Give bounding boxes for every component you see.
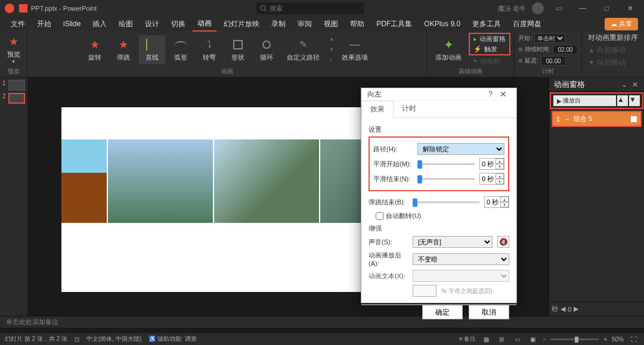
tab-effect[interactable]: 效果 xyxy=(361,101,394,118)
smooth-end-input[interactable] xyxy=(480,175,496,182)
menu-insert[interactable]: 插入 xyxy=(88,17,112,31)
zoom-slider[interactable] xyxy=(551,338,599,340)
fit-view-icon[interactable]: ⛶ xyxy=(628,335,639,343)
spinner-down[interactable]: ▼ xyxy=(496,179,504,184)
reorder-title: 对动画重新排序 xyxy=(586,32,640,43)
zoom-in-icon[interactable]: + xyxy=(603,336,607,343)
menu-help[interactable]: 帮助 xyxy=(345,17,369,31)
delay-input[interactable] xyxy=(541,56,566,66)
svg-point-0 xyxy=(261,5,265,10)
after-select[interactable]: 不变暗 xyxy=(413,253,509,265)
duration-input[interactable] xyxy=(553,45,578,54)
zoom-out-icon[interactable]: − xyxy=(543,336,546,343)
preview-icon: ★ xyxy=(7,35,21,49)
menu-animations[interactable]: 动画 xyxy=(193,17,216,32)
menu-record[interactable]: 录制 xyxy=(267,17,290,31)
anim-line[interactable]: 直线 xyxy=(139,35,165,64)
dialog-titlebar[interactable]: 向左 ? ✕ xyxy=(361,88,516,101)
spinner-up[interactable]: ▲ xyxy=(496,158,504,164)
menu-more[interactable]: 更多工具 xyxy=(467,17,506,31)
autoflip-checkbox[interactable] xyxy=(376,212,383,220)
reading-view-icon[interactable]: ▭ xyxy=(512,335,522,343)
timeline-right-icon[interactable]: ▶ xyxy=(574,305,578,313)
gallery-down-icon[interactable]: ▼ xyxy=(329,46,335,52)
anim-shape[interactable]: 形状 xyxy=(225,35,251,64)
notes-button[interactable]: ≡ 备注 xyxy=(459,335,476,343)
animation-painter-button[interactable]: ✦动画刷 xyxy=(469,56,510,66)
smooth-start-slider[interactable] xyxy=(417,163,475,165)
maximize-button[interactable]: □ xyxy=(597,1,615,15)
spinner-up[interactable]: ▲ xyxy=(496,173,504,179)
zoom-level[interactable]: 50% xyxy=(612,336,624,343)
anim-arc[interactable]: 弧形 xyxy=(168,35,194,64)
spinner-down[interactable]: ▼ xyxy=(500,202,509,207)
close-button[interactable]: ✕ xyxy=(621,1,639,15)
thumb-2[interactable]: 2 xyxy=(2,93,25,104)
volume-icon[interactable]: 🔇 xyxy=(497,236,509,248)
language-label[interactable]: 中文(简体, 中国大陆) xyxy=(86,335,141,343)
anim-panel-close-icon[interactable]: ✕ xyxy=(631,80,639,89)
anim-list-item[interactable]: 1 → 组合 5 xyxy=(552,111,642,127)
menu-slideshow[interactable]: 幻灯片放映 xyxy=(219,17,264,31)
menu-okplus[interactable]: OKPlus 9.0 xyxy=(419,18,465,30)
spinner-up[interactable]: ▲ xyxy=(500,197,509,202)
menu-baidu[interactable]: 百度网盘 xyxy=(508,17,546,31)
play-from-button[interactable]: ▶ 播放自 xyxy=(553,95,616,106)
menu-transitions[interactable]: 切换 xyxy=(166,17,190,31)
normal-view-icon[interactable]: ▦ xyxy=(481,335,491,343)
effect-options-button[interactable]: —效果选项 xyxy=(337,35,373,64)
sound-select[interactable]: [无声音] xyxy=(413,236,493,248)
animation-pane-button[interactable]: ▸动画窗格 xyxy=(470,34,509,44)
dialog-help-icon[interactable]: ? xyxy=(485,89,496,100)
anim-custom-path[interactable]: ✎自定义路径 xyxy=(282,35,324,64)
tab-timing[interactable]: 计时 xyxy=(394,101,425,117)
minimize-button[interactable]: — xyxy=(574,1,592,15)
ok-button[interactable]: 确定 xyxy=(422,305,463,319)
path-select[interactable]: 解除锁定 xyxy=(417,143,504,155)
bounce-input[interactable] xyxy=(485,198,500,206)
spinner-down[interactable]: ▼ xyxy=(496,164,504,169)
bounce-slider[interactable] xyxy=(413,201,479,203)
slideshow-view-icon[interactable]: ▣ xyxy=(527,335,538,343)
dialog-close-icon[interactable]: ✕ xyxy=(496,88,510,100)
accessibility-label[interactable]: ♿ 辅助功能: 调查 xyxy=(148,335,196,343)
smooth-end-slider[interactable] xyxy=(417,178,475,180)
gallery-more-icon[interactable]: ≡ xyxy=(329,57,335,63)
settings-section: 设置 xyxy=(369,125,509,134)
sorter-view-icon[interactable]: ⊞ xyxy=(496,335,507,343)
timeline-left-icon[interactable]: ◀ xyxy=(561,305,565,313)
preview-button[interactable]: ★ 预览 ▼ xyxy=(1,32,27,67)
anim-prev-button[interactable]: ▲ xyxy=(617,95,628,106)
add-animation-button[interactable]: ✦添加动画 xyxy=(431,35,466,64)
thumb-1[interactable]: 1 xyxy=(2,80,25,91)
menu-home[interactable]: 开始 xyxy=(32,17,56,31)
menu-review[interactable]: 审阅 xyxy=(293,17,317,31)
anim-panel-dropdown-icon[interactable]: ⌄ xyxy=(620,80,628,89)
cancel-button[interactable]: 取消 xyxy=(469,305,509,319)
start-select[interactable]: 单击时 xyxy=(534,33,565,43)
anim-turn[interactable]: ⤵转弯 xyxy=(196,35,222,64)
menu-draw[interactable]: 绘图 xyxy=(114,17,138,31)
timing-group-label: 计时 xyxy=(542,67,554,76)
menu-view[interactable]: 视图 xyxy=(319,17,343,31)
search-box[interactable]: 搜索 xyxy=(256,2,364,14)
menu-islide[interactable]: iSlide xyxy=(58,18,85,30)
anim-next-button[interactable]: ▼ xyxy=(629,95,640,106)
anim-spin[interactable]: ★旋转 xyxy=(82,35,108,64)
trigger-button[interactable]: ⚡触发 xyxy=(470,44,509,54)
menu-design[interactable]: 设计 xyxy=(140,17,164,31)
smooth-start-input[interactable] xyxy=(480,160,496,167)
anim-loop[interactable]: 循环 xyxy=(253,35,280,64)
share-button[interactable]: ☁ 共享 xyxy=(605,18,638,30)
menu-file[interactable]: 文件 xyxy=(6,17,30,31)
text-anim-select xyxy=(413,270,509,282)
notes-bar[interactable]: 单击此处添加备注 xyxy=(0,316,644,328)
effect-options-icon: — xyxy=(348,38,362,52)
move-forward-button[interactable]: ▲ 向前移动 xyxy=(586,45,628,56)
ribbon-toggle-icon[interactable]: ▭ xyxy=(550,1,568,15)
avatar[interactable] xyxy=(532,2,544,14)
anim-bounce[interactable]: ★弹跳 xyxy=(110,35,137,64)
menu-pdf[interactable]: PDF工具集 xyxy=(371,17,417,31)
gallery-up-icon[interactable]: ▲ xyxy=(329,36,335,42)
move-backward-button[interactable]: ▼ 向后移动 xyxy=(586,57,628,69)
